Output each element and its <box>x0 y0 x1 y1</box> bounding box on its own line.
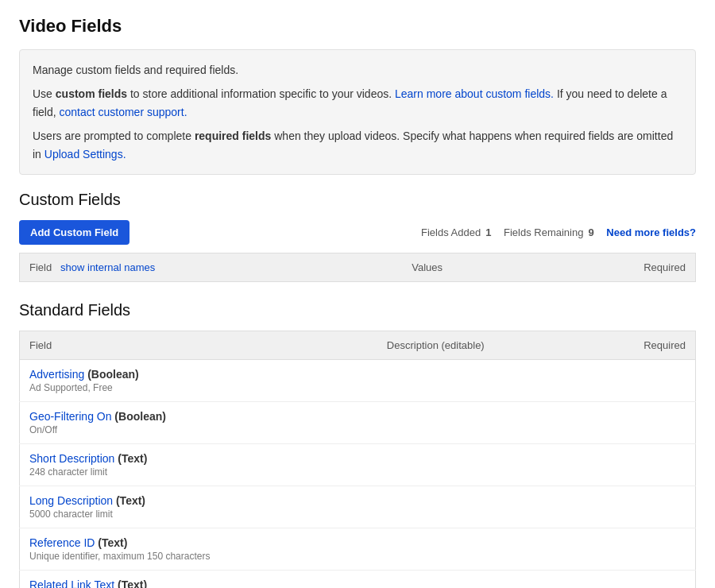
description-cell <box>377 443 586 485</box>
field-name-link[interactable]: Long Description <box>29 494 113 507</box>
custom-fields-section: Custom Fields Add Custom Field Fields Ad… <box>19 191 696 282</box>
field-type: (Text) <box>113 494 145 507</box>
description-cell <box>377 485 586 528</box>
standard-fields-table: Field Description (editable) Required Ad… <box>19 331 696 588</box>
field-cell: Long Description (Text)5000 character li… <box>20 485 377 528</box>
field-description: Unique identifier, maximum 150 character… <box>29 551 368 562</box>
field-cell: Related Link Text (Text)Define link text… <box>20 570 377 588</box>
info-line3-prefix: Users are prompted to complete <box>33 130 195 142</box>
table-row: Advertising (Boolean)Ad Supported, Free <box>20 359 696 401</box>
standard-col-required: Required <box>586 331 695 359</box>
info-line2-bold: custom fields <box>56 87 127 100</box>
custom-fields-col-field: Field show internal names <box>20 253 403 281</box>
custom-fields-col-required: Required <box>534 253 696 281</box>
field-description: On/Off <box>29 424 368 435</box>
upload-settings-link[interactable]: Upload Settings. <box>44 148 126 161</box>
table-row: Geo-Filtering On (Boolean)On/Off <box>20 401 696 443</box>
required-cell <box>586 570 695 588</box>
info-line3-bold: required fields <box>195 130 271 142</box>
info-line2-prefix: Use <box>33 87 56 100</box>
custom-fields-toolbar: Add Custom Field Fields Added 1 Fields R… <box>19 220 696 245</box>
info-line2: Use custom fields to store additional in… <box>33 85 682 121</box>
field-type: (Text) <box>95 536 127 549</box>
table-row: Long Description (Text)5000 character li… <box>20 485 696 528</box>
field-type: (Text) <box>114 452 147 465</box>
learn-more-link[interactable]: Learn more about custom fields. <box>395 87 554 100</box>
field-cell: Advertising (Boolean)Ad Supported, Free <box>20 359 377 401</box>
show-internal-names-link[interactable]: show internal names <box>60 261 155 273</box>
standard-col-description: Description (editable) <box>377 331 586 359</box>
page-title: Video Fields <box>19 16 696 37</box>
fields-remaining-label: Fields Remaining <box>504 226 583 238</box>
required-cell <box>586 443 695 485</box>
description-cell <box>377 401 586 443</box>
fields-stats: Fields Added 1 Fields Remaining 9 Need m… <box>421 226 696 238</box>
field-col-label: Field <box>29 261 52 273</box>
need-more-fields-link[interactable]: Need more fields? <box>606 226 696 238</box>
field-cell: Geo-Filtering On (Boolean)On/Off <box>20 401 377 443</box>
field-name-link[interactable]: Reference ID <box>29 536 95 549</box>
custom-fields-header-row: Field show internal names Values Require… <box>20 253 696 281</box>
description-cell <box>377 359 586 401</box>
contact-support-link[interactable]: contact customer support. <box>59 106 187 118</box>
fields-remaining-value: 9 <box>588 226 593 238</box>
field-name-link[interactable]: Geo-Filtering On <box>29 410 111 423</box>
standard-col-field: Field <box>20 331 377 359</box>
custom-fields-table: Field show internal names Values Require… <box>19 253 696 282</box>
standard-fields-section: Standard Fields Field Description (edita… <box>19 301 696 588</box>
standard-fields-title: Standard Fields <box>19 301 696 319</box>
info-line1: Manage custom fields and required fields… <box>33 61 682 79</box>
required-cell <box>586 359 695 401</box>
description-cell <box>377 570 586 588</box>
info-line3: Users are prompted to complete required … <box>33 127 682 163</box>
field-name-link[interactable]: Advertising <box>29 368 84 381</box>
standard-fields-body: Advertising (Boolean)Ad Supported, FreeG… <box>20 359 696 588</box>
field-name-link[interactable]: Related Link Text <box>29 578 114 588</box>
field-name-link[interactable]: Short Description <box>29 452 114 465</box>
field-cell: Short Description (Text)248 character li… <box>20 443 377 485</box>
field-description: 248 character limit <box>29 466 368 478</box>
info-box: Manage custom fields and required fields… <box>19 49 696 175</box>
fields-added-label: Fields Added <box>421 226 481 238</box>
add-custom-field-button[interactable]: Add Custom Field <box>19 220 129 245</box>
field-type: (Boolean) <box>84 368 138 381</box>
table-row: Related Link Text (Text)Define link text… <box>20 570 696 588</box>
field-description: 5000 character limit <box>29 509 368 520</box>
custom-fields-col-values: Values <box>402 253 534 281</box>
field-type: (Boolean) <box>111 410 165 423</box>
description-cell <box>377 528 586 570</box>
field-description: Ad Supported, Free <box>29 382 368 393</box>
required-cell <box>586 485 695 528</box>
custom-fields-title: Custom Fields <box>19 191 696 209</box>
field-type: (Text) <box>114 578 147 588</box>
field-cell: Reference ID (Text)Unique identifier, ma… <box>20 528 377 570</box>
info-line2-middle: to store additional information specific… <box>127 87 395 100</box>
required-cell <box>586 401 695 443</box>
table-row: Short Description (Text)248 character li… <box>20 443 696 485</box>
fields-added-value: 1 <box>485 226 491 238</box>
standard-fields-header-row: Field Description (editable) Required <box>20 331 696 359</box>
table-row: Reference ID (Text)Unique identifier, ma… <box>20 528 696 570</box>
required-cell <box>586 528 695 570</box>
